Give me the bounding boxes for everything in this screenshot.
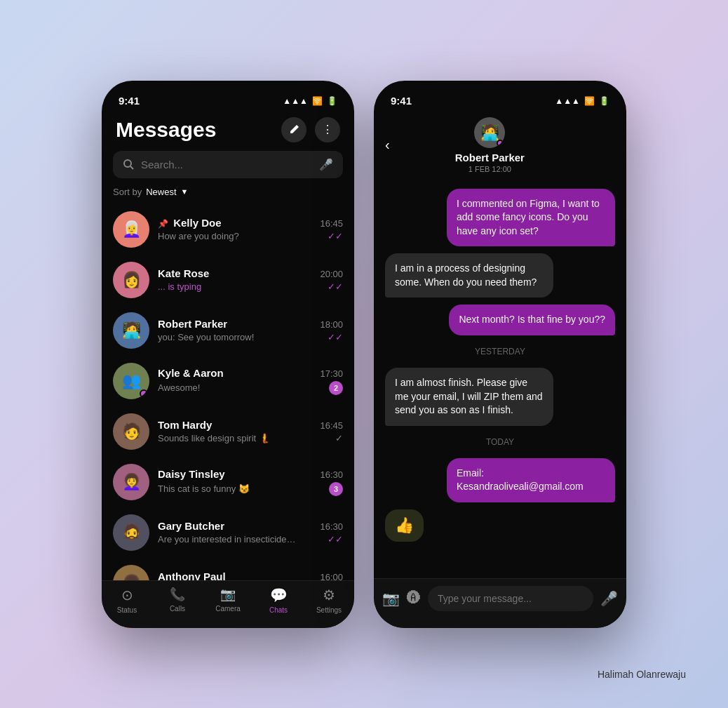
chat-name-7: Gary Butcher <box>158 520 224 532</box>
phone-left: 9:41 ▲▲▲ 🛜 🔋 Messages ⋮ <box>102 81 354 628</box>
header-date: 1 FEB 12:00 <box>469 165 511 173</box>
chat-header: ‹ 🧑‍💻 Robert Parker 1 FEB 12:00 <box>374 112 626 182</box>
back-button[interactable]: ‹ <box>385 137 390 153</box>
chat-bottom-2: ... is typing ✓✓ <box>158 281 343 292</box>
message-5: Email: Kesandraoliveali@gmail.com <box>447 458 615 502</box>
chat-preview-5: Sounds like design spirit 🧜 <box>158 433 270 443</box>
chat-name-6: Daisy Tinsley <box>158 468 225 480</box>
camera-button[interactable]: 📷 <box>382 590 400 607</box>
pin-icon: 📌 <box>158 219 168 229</box>
time-left: 9:41 <box>119 95 140 107</box>
messages-header: Messages ⋮ <box>102 112 354 151</box>
check-status-5: ✓ <box>335 433 343 443</box>
nav-label-chats: Chats <box>269 606 288 614</box>
chat-bottom-1: How are you doing? ✓✓ <box>158 231 343 241</box>
svg-point-0 <box>124 160 131 167</box>
header-contact-name: Robert Parker <box>455 152 525 163</box>
avatar-kyle-aaron: 👥 <box>113 363 149 399</box>
nav-chats[interactable]: 💬 Chats <box>253 587 304 614</box>
avatar-dot-kyle <box>140 389 148 398</box>
chat-item-kate-rose[interactable]: 👩 Kate Rose 20:00 ... is typing ✓✓ <box>102 255 354 305</box>
unread-badge-4: 2 <box>329 381 343 395</box>
chat-bottom-7: Are you interested in insecticide for...… <box>158 534 343 545</box>
message-2: I am in a process of designing some. Whe… <box>385 253 553 298</box>
nav-label-settings: Settings <box>316 606 342 614</box>
camera-nav-icon: 📷 <box>220 587 236 602</box>
chat-preview-7: Are you interested in insecticide for... <box>158 534 298 545</box>
phones-container: 9:41 ▲▲▲ 🛜 🔋 Messages ⋮ <box>102 81 626 628</box>
chat-content-2: Kate Rose 20:00 ... is typing ✓✓ <box>158 267 343 292</box>
more-options-button[interactable]: ⋮ <box>315 117 340 142</box>
chat-preview-2: ... is typing <box>158 281 201 292</box>
sort-bar: Sort by Newest ▼ <box>102 187 354 204</box>
chat-name-2: Kate Rose <box>158 267 209 279</box>
chat-preview-4: Awesome! <box>158 382 200 393</box>
chat-content-7: Gary Butcher 16:30 Are you interested in… <box>158 520 343 545</box>
chat-item-robert-parker[interactable]: 🧑‍💻 Robert Parker 18:00 you: See you tom… <box>102 305 354 356</box>
messages-area: I commented on Figma, I want to add some… <box>374 182 626 561</box>
message-input[interactable] <box>428 586 593 611</box>
chat-preview-6: This cat is so funny 😼 <box>158 483 250 494</box>
chat-time-2: 20:00 <box>320 269 343 279</box>
chat-content-5: Tom Hardy 16:45 Sounds like design spiri… <box>158 419 343 443</box>
chat-name-5: Tom Hardy <box>158 419 212 431</box>
chat-item-tom-hardy[interactable]: 🧑 Tom Hardy 16:45 Sounds like design spi… <box>102 406 354 457</box>
compose-button[interactable] <box>281 117 306 142</box>
status-icons-right: ▲▲▲ 🛜 🔋 <box>555 96 609 106</box>
settings-nav-icon: ⚙ <box>323 587 335 603</box>
chat-name-1: 📌 Kelly Doe <box>158 217 222 229</box>
search-icon <box>123 159 134 170</box>
chat-name-4: Kyle & Aaron <box>158 367 224 379</box>
day-label-yesterday: YESTERDAY <box>385 347 615 356</box>
nav-settings[interactable]: ⚙ Settings <box>304 587 354 614</box>
message-1: I commented on Figma, I want to add some… <box>447 189 615 247</box>
nav-calls[interactable]: 📞 Calls <box>152 587 203 614</box>
time-right: 9:41 <box>391 95 412 107</box>
nav-camera[interactable]: 📷 Camera <box>203 587 253 614</box>
chat-bottom-5: Sounds like design spirit 🧜 ✓ <box>158 433 343 443</box>
search-bar: 🎤 <box>113 151 343 178</box>
chat-top-3: Robert Parker 18:00 <box>158 318 343 330</box>
chat-time-6: 16:30 <box>320 469 343 480</box>
chat-bottom-4: Awesome! 2 <box>158 381 343 395</box>
avatar-robert-parker: 🧑‍💻 <box>113 312 149 349</box>
message-emoji: 👍 <box>385 509 424 542</box>
search-input[interactable] <box>141 159 312 171</box>
chat-time-5: 16:45 <box>320 420 343 431</box>
nav-status[interactable]: ⊙ Status <box>102 587 152 614</box>
chat-preview-1: How are you doing? <box>158 231 239 241</box>
chat-item-kyle-aaron[interactable]: 👥 Kyle & Aaron 17:30 Awesome! 2 <box>102 356 354 406</box>
sort-label: Sort by <box>113 187 142 197</box>
avatar-daisy-tinsley: 👩‍🦱 <box>113 464 149 500</box>
header-online-dot <box>497 140 504 147</box>
appstore-button[interactable]: 🅐 <box>407 590 421 606</box>
chat-bottom-3: you: See you tomorrow! ✓✓ <box>158 332 343 342</box>
chat-time-3: 18:00 <box>320 319 343 330</box>
chat-top-7: Gary Butcher 16:30 <box>158 520 343 532</box>
chat-top-4: Kyle & Aaron 17:30 <box>158 367 343 379</box>
chats-nav-icon: 💬 <box>270 587 288 603</box>
avatar-kate-rose: 👩 <box>113 262 149 298</box>
chat-item-daisy-tinsley[interactable]: 👩‍🦱 Daisy Tinsley 16:30 This cat is so f… <box>102 457 354 507</box>
chat-content-6: Daisy Tinsley 16:30 This cat is so funny… <box>158 468 343 496</box>
chat-content-4: Kyle & Aaron 17:30 Awesome! 2 <box>158 367 343 395</box>
chat-header-center: 🧑‍💻 Robert Parker 1 FEB 12:00 <box>398 117 581 173</box>
chat-item-gary-butcher[interactable]: 🧔 Gary Butcher 16:30 Are you interested … <box>102 507 354 558</box>
chat-top-2: Kate Rose 20:00 <box>158 267 343 279</box>
audio-button[interactable]: 🎤 <box>600 590 618 607</box>
chat-top-6: Daisy Tinsley 16:30 <box>158 468 343 480</box>
svg-line-1 <box>130 166 133 169</box>
status-bar-right: 9:41 ▲▲▲ 🛜 🔋 <box>374 81 626 112</box>
sort-value: Newest <box>146 187 176 197</box>
unread-badge-6: 3 <box>329 482 343 496</box>
chat-item-kelly-doe[interactable]: 👩‍🦳 📌 Kelly Doe 16:45 How are you doing?… <box>102 204 354 255</box>
signal-icon: ▲▲▲ <box>283 96 308 106</box>
wifi-icon-right: 🛜 <box>584 96 595 106</box>
chat-time-4: 17:30 <box>320 368 343 379</box>
nav-label-camera: Camera <box>215 605 241 613</box>
status-bar-left: 9:41 ▲▲▲ 🛜 🔋 <box>102 81 354 112</box>
calls-nav-icon: 📞 <box>170 587 185 602</box>
check-status-3: ✓✓ <box>328 332 343 342</box>
chat-time-7: 16:30 <box>320 521 343 532</box>
check-status-2: ✓✓ <box>328 281 343 292</box>
